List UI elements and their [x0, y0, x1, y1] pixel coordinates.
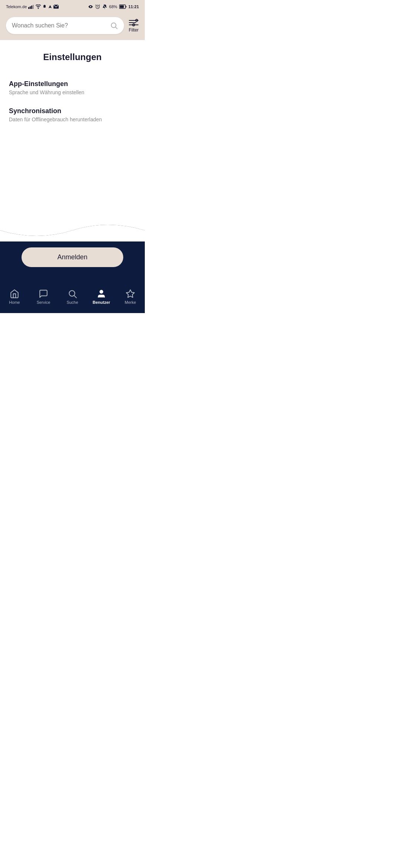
svg-point-21: [100, 290, 103, 293]
svg-marker-22: [126, 290, 134, 297]
bottom-nav: Home Service Suche Benutzer: [0, 283, 145, 313]
signal-icon: [28, 4, 34, 9]
nav-item-home[interactable]: Home: [3, 289, 26, 305]
status-bar: Telekom.de: [0, 0, 145, 13]
search-nav-icon: [68, 289, 77, 299]
settings-item-sync-title: Synchronisation: [9, 107, 136, 115]
location-icon: [48, 4, 52, 9]
login-button[interactable]: Anmelden: [22, 247, 123, 267]
filter-label: Filter: [129, 27, 139, 33]
svg-rect-3: [33, 5, 34, 9]
home-icon: [10, 289, 19, 299]
main-content: Einstellungen App-Einstellungen Sprache …: [0, 40, 145, 219]
carrier-info: Telekom.de: [6, 4, 59, 9]
svg-rect-10: [125, 6, 126, 7]
login-btn-container: Anmelden: [0, 241, 145, 276]
svg-rect-1: [30, 6, 31, 9]
battery-icon: [119, 4, 127, 9]
search-icon: [110, 22, 118, 30]
nav-label-benutzer: Benutzer: [92, 300, 110, 305]
nav-item-suche[interactable]: Suche: [61, 289, 84, 305]
bell-muted-icon: [102, 4, 107, 9]
svg-line-20: [74, 296, 76, 298]
settings-item-app[interactable]: App-Einstellungen Sprache und Währung ei…: [9, 74, 136, 101]
svg-rect-2: [31, 6, 32, 9]
chat-icon: [39, 289, 48, 299]
snapchat-icon: [42, 4, 47, 9]
nav-item-service[interactable]: Service: [32, 289, 55, 305]
settings-item-app-subtitle: Sprache und Währung einstellen: [9, 89, 136, 95]
svg-marker-4: [49, 5, 52, 8]
nav-label-merke: Merke: [125, 300, 136, 305]
settings-item-sync[interactable]: Synchronisation Daten für Offlinegebrauc…: [9, 101, 136, 128]
search-input[interactable]: [12, 22, 107, 29]
alarm-icon: [95, 4, 100, 9]
search-box[interactable]: [6, 17, 124, 34]
svg-rect-0: [28, 7, 29, 9]
search-header: Filter: [0, 13, 145, 40]
star-icon: [125, 289, 135, 299]
svg-point-12: [111, 23, 116, 28]
filter-icon: [128, 19, 139, 27]
svg-point-6: [90, 6, 91, 7]
gmail-icon: [53, 4, 59, 9]
svg-rect-11: [120, 6, 124, 8]
wifi-icon: [36, 4, 41, 9]
filter-button[interactable]: Filter: [128, 19, 139, 33]
nav-label-service: Service: [37, 300, 50, 305]
page-title: Einstellungen: [9, 40, 136, 74]
battery-text: 68%: [109, 4, 117, 9]
status-right: 68% 11:21: [88, 4, 139, 9]
nav-item-merke[interactable]: Merke: [119, 289, 141, 305]
settings-item-app-title: App-Einstellungen: [9, 80, 136, 88]
login-section: Anmelden: [0, 219, 145, 283]
nav-item-benutzer[interactable]: Benutzer: [90, 289, 113, 305]
carrier-text: Telekom.de: [6, 4, 27, 9]
login-wave: [0, 219, 145, 241]
user-icon: [97, 289, 106, 299]
nav-label-home: Home: [9, 300, 20, 305]
eye-icon: [88, 4, 93, 9]
settings-item-sync-subtitle: Daten für Offlinegebrauch herunterladen: [9, 116, 136, 122]
svg-line-13: [115, 27, 117, 29]
nav-label-suche: Suche: [66, 300, 78, 305]
time-display: 11:21: [128, 4, 139, 9]
